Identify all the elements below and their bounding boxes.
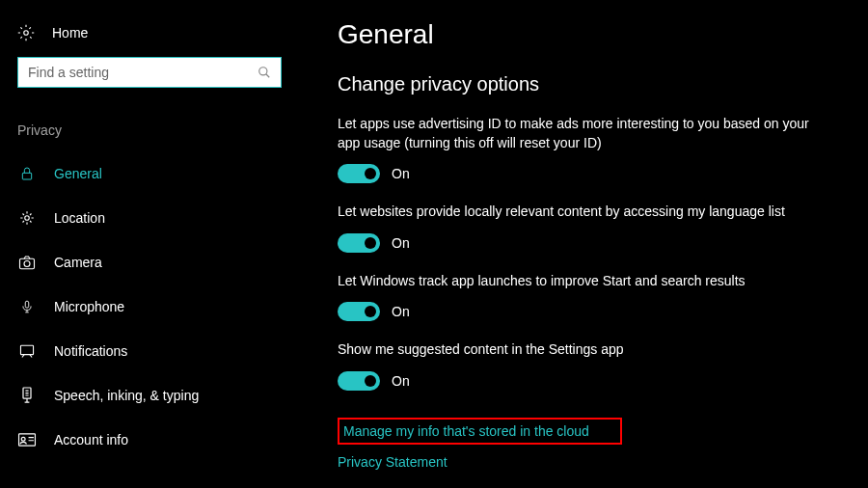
sidebar-item-label: Camera (54, 255, 102, 270)
highlighted-link-box: Manage my info that's stored in the clou… (338, 418, 622, 445)
sidebar-item-label: General (54, 166, 102, 181)
sidebar-item-speech[interactable]: Speech, inking, & typing (0, 373, 299, 418)
location-icon (17, 208, 37, 228)
toggle-state-label: On (392, 235, 410, 251)
section-heading: Change privacy options (338, 73, 829, 95)
setting-description: Let websites provide locally relevant co… (338, 203, 829, 222)
setting-suggested-content: Show me suggested content in the Setting… (338, 340, 829, 391)
svg-rect-8 (20, 345, 33, 354)
sidebar-item-label: Speech, inking, & typing (54, 388, 199, 403)
setting-advertising-id: Let apps use advertising ID to make ads … (338, 115, 829, 183)
setting-description: Let Windows track app launches to improv… (338, 272, 829, 291)
home-button[interactable]: Home (0, 19, 299, 57)
page-title: General (338, 19, 829, 50)
toggle-state-label: On (392, 304, 410, 319)
sidebar-item-microphone[interactable]: Microphone (0, 285, 299, 329)
svg-point-4 (25, 216, 30, 221)
svg-point-1 (259, 68, 267, 75)
setting-description: Let apps use advertising ID to make ads … (338, 115, 829, 152)
setting-app-launches: Let Windows track app launches to improv… (338, 272, 829, 322)
gear-icon (17, 24, 35, 41)
lock-icon (17, 164, 37, 183)
toggle-state-label: On (392, 373, 410, 389)
toggle-advertising-id[interactable] (338, 164, 380, 183)
camera-icon (17, 253, 37, 272)
sidebar-item-label: Microphone (54, 299, 124, 314)
home-label: Home (52, 25, 88, 41)
notifications-icon (17, 341, 37, 361)
svg-point-11 (21, 437, 25, 441)
toggle-suggested-content[interactable] (338, 371, 380, 391)
sidebar-item-label: Location (54, 210, 105, 226)
svg-rect-5 (20, 258, 35, 269)
sidebar-item-notifications[interactable]: Notifications (0, 329, 299, 373)
sidebar-item-label: Notifications (54, 343, 127, 359)
privacy-statement-link[interactable]: Privacy Statement (338, 454, 829, 470)
microphone-icon (17, 297, 37, 316)
toggle-language-list[interactable] (338, 233, 380, 253)
account-icon (17, 430, 37, 449)
sidebar-item-label: Account info (54, 432, 128, 447)
search-icon (258, 66, 271, 79)
svg-point-0 (24, 31, 29, 36)
search-input[interactable] (28, 65, 258, 80)
manage-info-link[interactable]: Manage my info that's stored in the clou… (343, 423, 589, 439)
sidebar-item-account[interactable]: Account info (0, 418, 299, 462)
sidebar-section-label: Privacy (0, 111, 299, 151)
toggle-app-launches[interactable] (338, 302, 380, 321)
sidebar-item-camera[interactable]: Camera (0, 240, 299, 285)
setting-language-list: Let websites provide locally relevant co… (338, 203, 829, 253)
sidebar-item-location[interactable]: Location (0, 196, 299, 240)
svg-line-2 (266, 74, 270, 78)
search-input-container[interactable] (17, 57, 282, 88)
speech-icon (17, 386, 37, 405)
svg-point-6 (24, 261, 30, 267)
svg-rect-3 (22, 173, 31, 179)
sidebar-item-general[interactable]: General (0, 151, 299, 196)
toggle-state-label: On (392, 166, 410, 181)
setting-description: Show me suggested content in the Setting… (338, 340, 829, 360)
svg-rect-7 (25, 301, 29, 308)
